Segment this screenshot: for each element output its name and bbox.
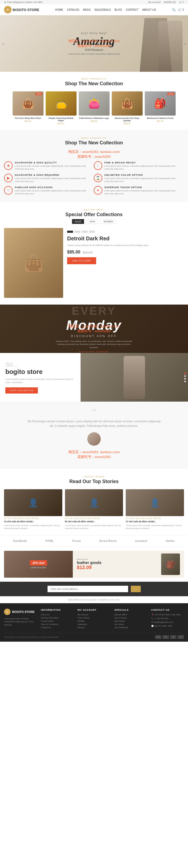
dot-1[interactable] [67, 230, 73, 233]
hero-subtitle: 2018 Backpack [68, 49, 120, 51]
brand-1[interactable]: GooBank [13, 539, 27, 542]
store-dot-1[interactable] [184, 373, 186, 374]
blog-title-2: Et visi vula ad alinn vestal... [65, 520, 123, 523]
hero-prev-arrow[interactable]: ‹ [2, 40, 4, 47]
store-info: So... bogito store Lorem position dolor … [0, 353, 81, 402]
brand-3[interactable]: Forex [72, 539, 81, 542]
footer-link-gift[interactable]: Gift Certificates [115, 626, 147, 629]
footer-link-bestsellers[interactable]: Best Sellers [115, 620, 147, 622]
nav-icons: 🔍 🛒 0 [172, 8, 184, 11]
special-tab-sale[interactable]: SALE [72, 219, 84, 224]
footer-col-account: MY ACCOUNT My Account Order History Wish… [77, 609, 111, 629]
add-to-cart-button[interactable]: ADD TO CART [67, 257, 96, 264]
logo-icon: B [4, 6, 11, 13]
special-nav-dots [67, 230, 184, 233]
footer-hours: 🕐 Mon-Fri: 9AM - 6PM [151, 625, 184, 627]
footer-link-returns[interactable]: Returns [77, 626, 111, 629]
blog-card-2[interactable]: 👤 ET VISI VALA AD ALINN VESTAL Et visi v… [65, 489, 123, 530]
logo[interactable]: B BOGITO STORE [4, 6, 39, 13]
store-image [81, 353, 188, 402]
footer-link-privacy[interactable]: Privacy Policy [41, 620, 73, 622]
brand-5[interactable]: xenobot [135, 539, 148, 542]
store-dot-3[interactable] [184, 378, 186, 379]
nav-bags[interactable]: BAGS [83, 8, 91, 11]
footer-col-info: INFORMATION About Us Delivery Informatio… [41, 609, 73, 629]
product-img-1: 👜 NEW [12, 91, 43, 116]
blog-card-3[interactable]: 👤 CT VISI VALA AD ALINN VESTAL Ct visi v… [126, 489, 184, 530]
hero-model-shape [158, 21, 183, 72]
footer-link-contact[interactable]: Contact Us [41, 626, 73, 629]
newsletter-button[interactable]: → [131, 586, 141, 592]
nav-blog[interactable]: BLOG [115, 8, 122, 11]
nav-catalog[interactable]: CATALOG [67, 8, 79, 11]
brand-6[interactable]: Oaths [166, 539, 175, 542]
blog-img-2: 👤 [65, 489, 123, 516]
footer-link-specials[interactable]: Special Offers [115, 614, 147, 616]
amex-icon: AM [178, 635, 184, 639]
product-card-4[interactable]: 👜 Bournemouth One Stop Quality $28.00 [112, 91, 143, 125]
footer-link-terms[interactable]: Terms & Conditions [41, 623, 73, 625]
topbar-cart[interactable]: 🛒 0 [179, 1, 184, 3]
nav-sale[interactable]: SALE/DEALS [94, 8, 111, 11]
promo-bag-image: 🎒 [161, 554, 180, 575]
brand-4[interactable]: DirectParts [99, 539, 117, 542]
top-bar: ★ Free shipping on orders over $50 My Ac… [0, 0, 188, 4]
footer-link-new[interactable]: New Products [115, 617, 147, 619]
product-card-5[interactable]: 🎒 SALE Barbourour Raisins Freed $32.15 [145, 91, 176, 125]
monday-link[interactable]: DISCOVER STORIES [79, 350, 109, 353]
blog-title-3: Ct visi vula ad alinn vestal... [126, 520, 184, 523]
footer-email: ✉ info@bogitostore.com [151, 621, 184, 623]
product-card-1[interactable]: 👜 NEW The Furo Shop Riso Retro $52.12 [12, 91, 43, 125]
visit-collection-button[interactable]: VISIT COLLECTION [5, 388, 38, 394]
special-tab-man[interactable]: MAN [87, 219, 98, 224]
footer-copyright: COPYRIGHT © 2018 BOGITOSTORE. ALL RIGHTS… [4, 636, 59, 638]
newsletter-section: → [0, 582, 188, 596]
hero-next-arrow[interactable]: › [184, 40, 186, 47]
newsletter-input[interactable] [48, 586, 128, 592]
main-nav: B BOGITO STORE HOME CATALOG BAGS SALE/DE… [0, 4, 188, 15]
footer-link-myaccount[interactable]: My Account [77, 614, 111, 616]
footer-link-newsletter[interactable]: Newsletter [77, 623, 111, 625]
dot-3[interactable] [82, 230, 88, 233]
nav-contact[interactable]: CONTACT [126, 8, 138, 11]
features-section: Best Choice To Shop The New Collection 淘… [0, 130, 188, 202]
product-img-4: 👜 [112, 91, 143, 116]
brand-2[interactable]: HTML [45, 539, 54, 542]
product-card-2[interactable]: 👝 Simple Charming Rabbit Paper $22.01 [46, 91, 76, 125]
topbar-account[interactable]: My Account [148, 1, 161, 3]
topbar-wishlist[interactable]: Wishlist (0) [164, 1, 176, 3]
hero-desc: Lorem ipsum dolor sit amet, consectetur … [68, 53, 120, 55]
dot-2[interactable] [74, 230, 80, 233]
testimonial-author-avatar [87, 432, 101, 446]
special-product-desc: There's some products for the $85.95 sho… [67, 244, 184, 247]
footer-link-stores[interactable]: Our Stores [115, 623, 147, 625]
quote-mark: “ [5, 410, 183, 415]
feature-item-4: ⌛ UNLIMITED COLOR OPTION Lorem ipsum dol… [94, 174, 180, 183]
footer-logo-icon: B [4, 609, 10, 615]
footer-bottom: COPYRIGHT © 2018 BOGITOSTORE. ALL RIGHTS… [4, 633, 184, 639]
product-card-3[interactable]: 👛 Sofia Reason Abbinami Logo $18.50 [79, 91, 109, 125]
dot-4[interactable] [89, 230, 95, 233]
store-dot-4[interactable] [184, 381, 186, 382]
monday-desc: Amazon Store. Our putting mind. our prod… [54, 340, 134, 349]
blog-card-1[interactable]: 👤 AT VISI VALA AD ALINN VESTAL At visi v… [4, 489, 62, 530]
blog-img-3: 👤 [126, 489, 184, 516]
cart-icon[interactable]: 🛒 0 [178, 8, 184, 11]
footer-logo: B BOGITO STORE [4, 609, 37, 615]
blog-section: Latest From Read Our Top Stories 👤 AT VI… [0, 469, 188, 535]
store-dot-2[interactable] [184, 375, 186, 377]
promo-right: want more? leather goods $12.09 🎒 [73, 551, 184, 578]
footer-link-wishlist[interactable]: Wishlist [77, 620, 111, 622]
blog-text-2: Lorem ipsum dolor sit amet, consectetur … [65, 524, 123, 530]
nav-home[interactable]: HOME [55, 8, 63, 11]
feature-icon-4: ⌛ [94, 174, 102, 182]
special-product-name: Detroit Dark Red [67, 236, 184, 242]
paypal-icon: PP [170, 635, 177, 639]
testimonial-section: “ My Picturesque version of lorem ipsum.… [0, 402, 188, 469]
search-icon[interactable]: 🔍 [172, 8, 176, 11]
footer-link-orders[interactable]: Order History [77, 617, 111, 619]
footer-link-delivery[interactable]: Delivery Information [41, 617, 73, 619]
special-tab-women[interactable]: WOMEN [101, 219, 116, 224]
footer-link-about[interactable]: About Us [41, 614, 73, 616]
nav-about[interactable]: ABOUT US [142, 8, 156, 11]
